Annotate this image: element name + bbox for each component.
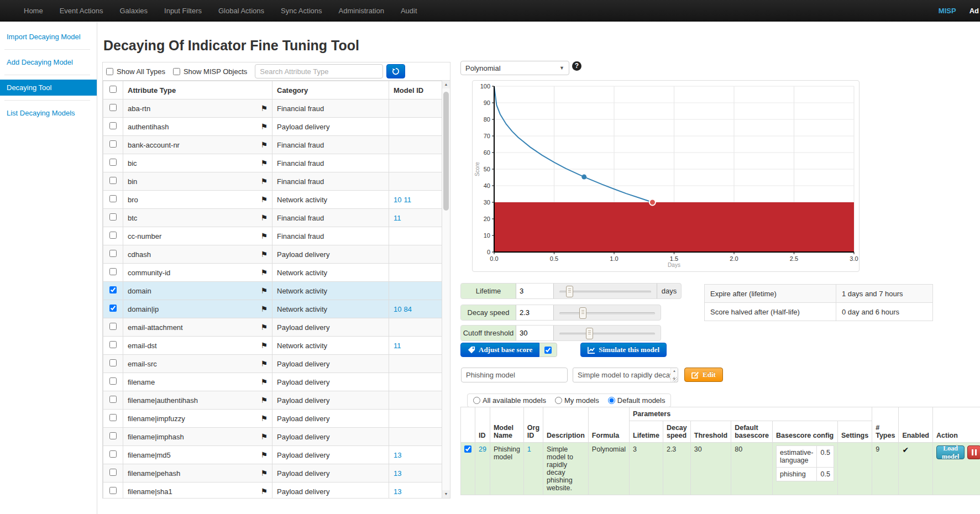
table-row[interactable]: btc⚑Financial fraud11	[103, 209, 442, 227]
navbar-item-event-actions[interactable]: Event Actions	[51, 0, 112, 22]
row-checkbox[interactable]	[109, 286, 117, 293]
org-id-link[interactable]: 1	[527, 445, 531, 453]
sidebar-item-import-decaying-model[interactable]: Import Decaying Model	[0, 29, 97, 45]
row-checkbox[interactable]	[109, 396, 117, 403]
navbar-item-home[interactable]: Home	[15, 0, 51, 22]
scrollbar-thumb[interactable]	[443, 92, 449, 211]
row-checkbox[interactable]	[109, 487, 117, 494]
row-checkbox[interactable]	[109, 122, 117, 129]
table-row[interactable]: email-dst⚑Network activity11	[103, 337, 442, 355]
row-checkbox[interactable]	[109, 414, 117, 421]
table-row[interactable]: bank-account-nr⚑Financial fraud	[103, 136, 442, 154]
table-row[interactable]: bro⚑Network activity1011	[103, 191, 442, 209]
model-id-link[interactable]: 11	[403, 196, 411, 204]
table-row[interactable]: aba-rtn⚑Financial fraud	[103, 99, 442, 118]
adjust-base-score-button[interactable]: Adjust base score	[460, 343, 539, 357]
row-checkbox[interactable]	[109, 195, 117, 202]
row-checkbox[interactable]	[109, 140, 117, 148]
row-checkbox[interactable]	[109, 177, 117, 184]
table-row[interactable]: filename|md5⚑Payload delivery13	[103, 446, 442, 464]
model-id-link[interactable]: 13	[394, 469, 401, 478]
model-id-link[interactable]: 10	[394, 305, 401, 313]
resize-grip-icon[interactable]	[673, 377, 678, 382]
table-row[interactable]: filename|imphash⚑Payload delivery	[103, 428, 442, 446]
sidebar-item-decaying-tool[interactable]: Decaying Tool	[0, 80, 97, 96]
navbar-item-global-actions[interactable]: Global Actions	[210, 0, 272, 22]
radio-all-available-models[interactable]	[473, 397, 480, 404]
navbar-item-galaxies[interactable]: Galaxies	[111, 0, 156, 22]
row-checkbox[interactable]	[109, 341, 117, 348]
table-row[interactable]: filename|authentihash⚑Payload delivery	[103, 391, 442, 410]
slider-value-input[interactable]	[516, 326, 554, 340]
model-id-link[interactable]: 29	[479, 445, 486, 453]
model-id-link[interactable]: 11	[394, 342, 401, 350]
column-header-model-id[interactable]: Model ID	[389, 81, 442, 99]
select-all-checkbox[interactable]	[109, 86, 117, 93]
slider-track[interactable]	[559, 305, 655, 320]
table-row[interactable]: email-src⚑Payload delivery	[103, 355, 442, 373]
radio-default-models[interactable]	[608, 397, 615, 404]
attribute-table-scrollbar[interactable]: ▲ ▼	[442, 81, 450, 498]
model-row-checkbox[interactable]	[464, 445, 471, 453]
user-menu-link[interactable]: Ad	[969, 7, 980, 15]
row-checkbox[interactable]	[109, 450, 117, 458]
show-misp-objects-checkbox[interactable]	[173, 68, 180, 75]
model-id-link[interactable]: 10	[394, 196, 401, 204]
navbar-item-audit[interactable]: Audit	[392, 0, 426, 22]
model-id-link[interactable]: 13	[394, 487, 401, 496]
slider-track[interactable]	[559, 326, 655, 340]
slider-track[interactable]	[559, 284, 651, 298]
radio-label[interactable]: My models	[564, 396, 599, 405]
misp-brand-link[interactable]: MISP	[925, 7, 969, 15]
search-attribute-input[interactable]	[255, 64, 383, 78]
row-checkbox[interactable]	[109, 469, 117, 476]
row-checkbox[interactable]	[109, 232, 117, 239]
sidebar-item-add-decaying-model[interactable]: Add Decaying Model	[0, 54, 97, 70]
show-all-types-label[interactable]: Show All Types	[117, 67, 165, 76]
adjust-base-score-checkbox[interactable]	[544, 347, 552, 354]
show-all-types-checkbox[interactable]	[106, 68, 113, 75]
table-row[interactable]: filename|sha1⚑Payload delivery13	[103, 482, 442, 499]
simulate-model-button[interactable]: Simulate this model	[580, 343, 667, 357]
row-checkbox[interactable]	[109, 359, 117, 366]
table-row[interactable]: cdhash⚑Payload delivery	[103, 245, 442, 264]
scroll-down-arrow-icon[interactable]: ▼	[442, 490, 450, 498]
table-row[interactable]: filename|pehash⚑Payload delivery13	[103, 464, 442, 482]
decay-chart[interactable]: 01020304050607080901000.00.51.01.52.02.5…	[472, 80, 860, 272]
row-checkbox[interactable]	[109, 323, 117, 330]
row-checkbox[interactable]	[109, 159, 117, 166]
slider-handle[interactable]	[566, 286, 573, 297]
show-misp-objects-label[interactable]: Show MISP Objects	[184, 67, 247, 76]
row-checkbox[interactable]	[109, 377, 117, 385]
scroll-up-arrow-icon[interactable]: ▲	[673, 369, 676, 373]
table-row[interactable]: filename⚑Payload delivery	[103, 373, 442, 391]
table-row[interactable]: community-id⚑Network activity	[103, 264, 442, 282]
navbar-item-input-filters[interactable]: Input Filters	[156, 0, 210, 22]
radio-my-models[interactable]	[555, 397, 562, 404]
help-question-icon[interactable]: ?	[572, 61, 581, 71]
slider-value-input[interactable]	[516, 284, 554, 298]
table-row[interactable]: cc-number⚑Financial fraud	[103, 227, 442, 245]
model-id-link[interactable]: 11	[394, 214, 401, 222]
sidebar-item-list-decaying-models[interactable]: List Decaying Models	[0, 105, 97, 121]
column-header-attribute-type[interactable]: Attribute Type	[123, 81, 272, 99]
table-row[interactable]: email-attachment⚑Payload delivery	[103, 318, 442, 337]
radio-label[interactable]: Default models	[617, 396, 665, 405]
model-id-link[interactable]: 84	[403, 305, 411, 313]
row-checkbox[interactable]	[109, 250, 117, 257]
row-checkbox[interactable]	[109, 268, 117, 275]
model-row[interactable]: 29Phishing model1Simple model to rapidly…	[461, 443, 980, 495]
column-header-category[interactable]: Category	[272, 81, 389, 99]
model-name-input[interactable]	[461, 368, 568, 382]
pause-model-button[interactable]	[967, 445, 980, 459]
edit-model-button[interactable]: Edit	[684, 368, 723, 382]
slider-handle[interactable]	[586, 328, 593, 339]
model-id-link[interactable]: 13	[394, 451, 401, 459]
formula-select[interactable]: Polynomial ▼	[460, 61, 569, 75]
table-row[interactable]: bic⚑Financial fraud	[103, 154, 442, 172]
table-row[interactable]: authentihash⚑Payload delivery	[103, 118, 442, 136]
slider-value-input[interactable]	[516, 305, 554, 320]
curve-marker-point[interactable]	[581, 175, 586, 180]
row-checkbox[interactable]	[109, 305, 117, 312]
navbar-item-sync-actions[interactable]: Sync Actions	[272, 0, 330, 22]
